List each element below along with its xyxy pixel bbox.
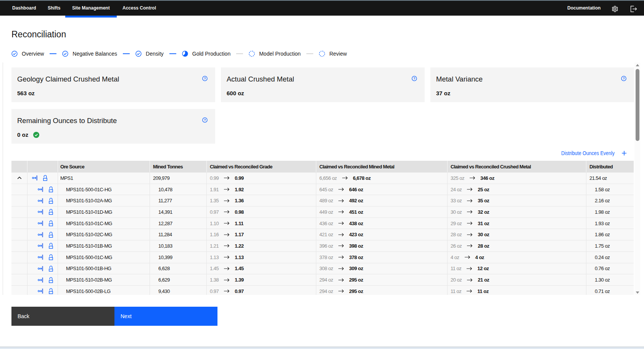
svg-text:?: ? [204,77,206,80]
svg-text:?: ? [623,77,625,80]
svg-text:?: ? [204,118,206,122]
svg-text:?: ? [413,77,415,80]
